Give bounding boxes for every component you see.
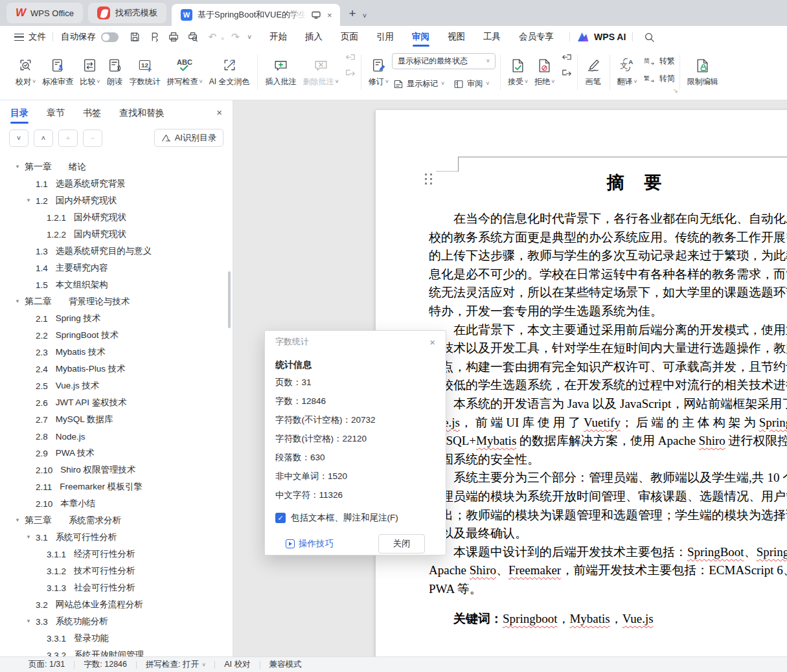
tab-document[interactable]: W 基于SpringBoot和VUE的学生 × [172,4,340,26]
sidebar-tab-章节[interactable]: 章节 [47,100,65,126]
outline-item[interactable]: 1.1选题系统研究背景 [0,175,233,192]
previous-change-button[interactable] [561,53,573,63]
export-pdf-button[interactable] [146,29,163,45]
markup-state-select[interactable]: 显示标记的最终状态 ˅ [392,53,496,69]
expand-all-button[interactable]: ˄ [34,129,53,147]
show-markup-button[interactable]: 显示标记˅ [393,78,444,89]
search-icon[interactable] [641,29,657,45]
next-change-button[interactable] [561,67,573,78]
outline-item[interactable]: 1.5本文组织架构 [0,276,233,293]
proofread-button[interactable]: 校对˅ [12,52,39,89]
file-menu[interactable]: 文件 [29,31,46,43]
brush-button[interactable]: 画笔 [582,52,605,89]
dialog-close-button[interactable]: 关闭 [378,534,425,554]
menu-tab-开始[interactable]: 开始 [260,26,296,48]
sidebar-close-icon[interactable]: × [216,107,222,118]
tab-wps-home[interactable]: W WPS Office [6,3,83,23]
sidebar-scrollbar[interactable] [228,271,231,328]
tab-docer[interactable]: 找稻壳模板 [88,3,166,23]
outline-item[interactable]: 3.3.1登录功能 [0,630,233,647]
outline-item[interactable]: 2.7MySQL 数据库 [0,411,233,428]
group-expand-icon[interactable]: ↘ [673,87,678,94]
ai-polish-button[interactable]: AI 全文润色 [206,52,253,89]
to-traditional-button[interactable]: 简 转繁 [643,56,675,67]
read-aloud-button[interactable]: 朗读 [104,52,126,89]
outline-item[interactable]: 3.2网站总体业务流程分析 [0,596,233,613]
hamburger-menu-icon[interactable] [14,34,24,41]
track-changes-button[interactable]: 修订˅ [365,52,392,89]
expand-triangle-icon[interactable]: ▼ [15,298,20,304]
outline-item[interactable]: 1.4主要研究内容 [0,260,233,276]
expand-triangle-icon[interactable]: ▼ [15,517,20,523]
menu-tab-页面[interactable]: 页面 [332,26,367,48]
outline-item[interactable]: 2.9PWA 技术 [0,445,233,462]
collapse-all-button[interactable]: ˅ [9,129,29,147]
status-item[interactable]: 页面: 1/31 [19,659,74,670]
menu-tab-插入[interactable]: 插入 [296,26,332,48]
expand-triangle-icon[interactable]: ▼ [26,197,31,203]
ai-recognize-toc-button[interactable]: AI识别目录 [154,129,223,147]
standard-review-button[interactable]: 标准审查 [39,52,76,89]
spell-check-button[interactable]: ABC 拼写检查˅ [164,52,206,89]
include-footnotes-row[interactable]: ✓ 包括文本框、脚注和尾注(F) [275,512,435,524]
checkbox-checked-icon[interactable]: ✓ [275,513,286,523]
print-preview-button[interactable] [185,29,201,45]
outline-item[interactable]: 2.2SpringBoot 技术 [0,327,233,344]
outline-item[interactable]: 2.10本章小结 [0,495,233,512]
outline-item[interactable]: 1.2.2国内研究现状 [0,226,233,243]
outline-item[interactable]: 2.4Mybatis-Plus 技术 [0,361,233,377]
menu-tab-会员专享[interactable]: 会员专享 [510,26,563,48]
sidebar-tab-目录[interactable]: 目录 [10,100,29,126]
outline-item[interactable]: 3.1.3社会可行性分析 [0,579,233,596]
sidebar-tab-书签[interactable]: 书签 [83,100,101,126]
translate-button[interactable]: 文A 翻译˅ [614,52,641,89]
close-tab-icon[interactable]: × [326,10,334,20]
save-button[interactable] [126,29,143,45]
status-item[interactable]: AI 校对 [215,659,259,670]
outline-item[interactable]: 2.6JWT API 鉴权技术 [0,394,233,411]
compare-button[interactable]: 比较˅ [76,52,103,89]
insert-comment-button[interactable]: 插入批注 [262,52,299,89]
to-simplified-button[interactable]: 繁 转简 [643,73,675,84]
outline-item[interactable]: 2.1Spring 技术 [0,310,233,327]
accept-button[interactable]: 接受˅ [505,52,531,89]
expand-triangle-icon[interactable]: ▼ [26,534,31,540]
outline-item[interactable]: 3.1.1经济可行性分析 [0,546,233,563]
reject-button[interactable]: 拒绝˅ [531,52,558,89]
status-item[interactable]: 字数: 12846 [74,659,136,670]
outline-item[interactable]: 3.3.2系统开放时间管理 [0,647,233,656]
status-item[interactable]: 兼容模式 [260,659,311,670]
outline-item[interactable]: ▼第二章背景理论与技术 [0,293,233,310]
outline-item[interactable]: 2.5Vue.js 技术 [0,377,233,394]
tab-list-chevron-icon[interactable]: ˅ [363,12,367,19]
sidebar-tab-查找和替换[interactable]: 查找和替换 [119,100,165,126]
expand-triangle-icon[interactable]: ▼ [15,164,20,170]
expand-triangle-icon[interactable]: ▼ [26,618,31,624]
outline-item[interactable]: ▼第一章绪论 [0,159,233,175]
restrict-edit-button[interactable]: 限制编辑 [684,52,722,89]
dialog-close-icon[interactable]: × [429,337,435,348]
outline-item[interactable]: ▼3.3系统功能分析 [0,613,233,630]
outline-item[interactable]: 2.10Shiro 权限管理技术 [0,462,233,478]
outline-item[interactable]: 2.11Freemarker 模板引擎 [0,478,233,495]
print-button[interactable] [165,29,182,45]
review-pane-button[interactable]: 审阅˅ [453,78,489,89]
word-count-button[interactable]: 12 字数统计 [126,52,164,89]
menu-tab-引用[interactable]: 引用 [367,26,403,48]
outline-item[interactable]: ▼1.2国内外研究现状 [0,192,233,209]
status-item[interactable]: 拼写检查: 打开˅ [137,659,214,670]
outline-item[interactable]: 2.8Node.js [0,428,233,445]
wps-ai-menu[interactable]: WPS AI [576,32,626,42]
outline-item[interactable]: ▼3.1系统可行性分析 [0,529,233,546]
outline-item[interactable]: 1.2.1国外研究现状 [0,209,233,226]
menu-tab-视图[interactable]: 视图 [439,26,474,48]
outline-item[interactable]: 3.1.2技术可行性分析 [0,563,233,579]
tips-link[interactable]: 操作技巧 [286,538,334,550]
outline-item[interactable]: 2.3Mybatis 技术 [0,344,233,361]
outline-item[interactable]: 1.3选题系统研究目的与意义 [0,243,233,260]
quickbar-chevron-icon[interactable]: ˅ [247,34,251,41]
new-tab-button[interactable]: + [349,6,356,21]
autosave-toggle[interactable] [101,32,119,42]
outline-item[interactable]: ▼第三章系统需求分析 [0,512,233,529]
menu-tab-工具[interactable]: 工具 [474,26,510,48]
